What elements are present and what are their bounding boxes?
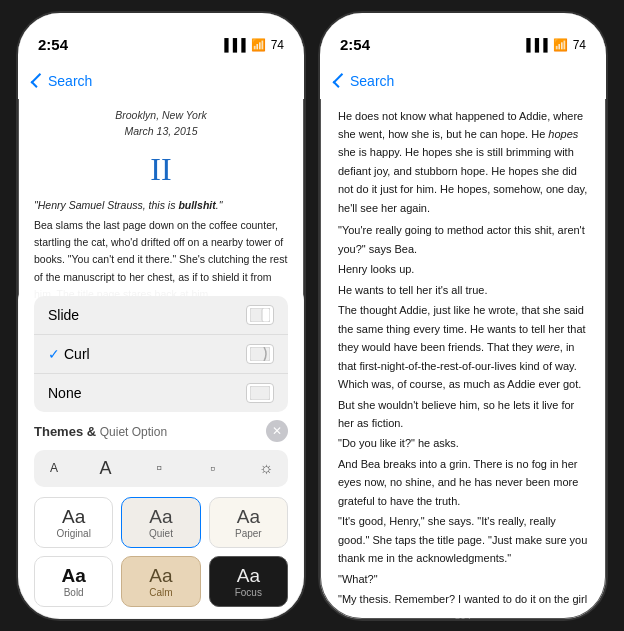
font-type-icon[interactable]: ▫ (145, 454, 173, 482)
book-para-8: And Bea breaks into a grin. There is no … (338, 455, 588, 510)
theme-bold-text: Aa (62, 565, 86, 587)
theme-bold-label: Bold (64, 587, 84, 598)
theme-calm[interactable]: Aa Calm (121, 556, 200, 607)
time-right: 2:54 (340, 36, 370, 53)
battery-right: 74 (573, 38, 586, 52)
book-para-4: He wants to tell her it's all true. (338, 281, 588, 299)
book-para-10: "What?" (338, 570, 588, 588)
svg-rect-3 (250, 386, 270, 400)
book-chapter: II (34, 144, 288, 195)
none-icon (246, 383, 274, 403)
status-icons-right: ▐▐▐ 📶 74 (522, 38, 586, 52)
curl-icon (246, 344, 274, 364)
theme-calm-text: Aa (149, 565, 172, 587)
back-label-left: Search (48, 73, 92, 89)
right-phone: 2:54 ▐▐▐ 📶 74 Search He does not know wh… (318, 11, 608, 621)
status-bar-right: 2:54 ▐▐▐ 📶 74 (320, 13, 606, 63)
signal-icon-right: ▐▐▐ (522, 38, 548, 52)
wifi-icon: 📶 (251, 38, 266, 52)
book-para-2: "You're really going to method actor thi… (338, 221, 588, 258)
none-label: None (48, 385, 81, 401)
book-para-5: The thought Addie, just like he wrote, t… (338, 301, 588, 393)
slide-option-none[interactable]: None (34, 374, 288, 412)
signal-icon: ▐▐▐ (220, 38, 246, 52)
font-small-btn[interactable]: A (42, 457, 66, 479)
brightness-icon[interactable]: ☼ (252, 454, 280, 482)
chevron-left-icon (31, 73, 46, 88)
book-para-7: "Do you like it?" he asks. (338, 434, 588, 452)
battery-left: 74 (271, 38, 284, 52)
font-style-icon[interactable]: ▫ (198, 454, 226, 482)
back-label-right: Search (350, 73, 394, 89)
curl-check: ✓ (48, 346, 60, 362)
theme-focus-label: Focus (235, 587, 262, 598)
book-para-9: "It's good, Henry," she says. "It's real… (338, 512, 588, 567)
page-number: 524 (320, 613, 606, 621)
status-bar-left: 2:54 ▐▐▐ 📶 74 (18, 13, 304, 63)
left-phone: 2:54 ▐▐▐ 📶 74 Search Brooklyn, New York … (16, 11, 306, 621)
theme-focus-text: Aa (237, 565, 260, 587)
themes-grid: Aa Original Aa Quiet Aa Paper Aa Bold Aa (34, 497, 288, 607)
slide-label: Slide (48, 307, 79, 323)
book-para-6: But she wouldn't believe him, so he lets… (338, 396, 588, 433)
slide-icon (246, 305, 274, 325)
theme-calm-label: Calm (149, 587, 172, 598)
theme-paper[interactable]: Aa Paper (209, 497, 288, 548)
themes-title-area: Themes & Quiet Option (34, 422, 167, 440)
book-location: Brooklyn, New York March 13, 2015 (34, 107, 288, 141)
slide-option-curl[interactable]: ✓ Curl (34, 335, 288, 374)
time-left: 2:54 (38, 36, 68, 53)
svg-rect-2 (250, 347, 270, 361)
font-large-btn[interactable]: A (92, 454, 120, 483)
nav-bar-left: Search (18, 63, 304, 99)
back-button-left[interactable]: Search (34, 73, 92, 89)
slide-option-slide[interactable]: Slide (34, 296, 288, 335)
curl-label: Curl (64, 346, 246, 362)
book-para-11: "My thesis. Remember? I wanted to do it … (338, 590, 588, 612)
theme-bold[interactable]: Aa Bold (34, 556, 113, 607)
slide-options: Slide ✓ Curl None (34, 296, 288, 412)
theme-quiet-label: Quiet (149, 528, 173, 539)
quiet-option-label: Quiet Option (100, 425, 167, 439)
overlay-panel: Slide ✓ Curl None (18, 284, 304, 619)
theme-original-label: Original (56, 528, 90, 539)
back-button-right[interactable]: Search (336, 73, 394, 89)
nav-bar-right: Search (320, 63, 606, 99)
themes-header: Themes & Quiet Option ✕ (34, 420, 288, 442)
font-controls: A A ▫ ▫ ☼ (34, 450, 288, 487)
chevron-left-icon-right (333, 73, 348, 88)
theme-original-text: Aa (62, 506, 85, 528)
theme-paper-label: Paper (235, 528, 262, 539)
theme-paper-text: Aa (237, 506, 260, 528)
theme-quiet[interactable]: Aa Quiet (121, 497, 200, 548)
status-icons-left: ▐▐▐ 📶 74 (220, 38, 284, 52)
theme-quiet-text: Aa (149, 506, 172, 528)
themes-title: Themes & (34, 424, 100, 439)
wifi-icon-right: 📶 (553, 38, 568, 52)
book-para-3: Henry looks up. (338, 260, 588, 278)
svg-rect-1 (262, 308, 270, 322)
book-para-1: He does not know what happened to Addie,… (338, 107, 588, 218)
theme-focus[interactable]: Aa Focus (209, 556, 288, 607)
book-content-right: He does not know what happened to Addie,… (320, 99, 606, 613)
theme-original[interactable]: Aa Original (34, 497, 113, 548)
phones-container: 2:54 ▐▐▐ 📶 74 Search Brooklyn, New York … (16, 11, 608, 621)
close-button[interactable]: ✕ (266, 420, 288, 442)
